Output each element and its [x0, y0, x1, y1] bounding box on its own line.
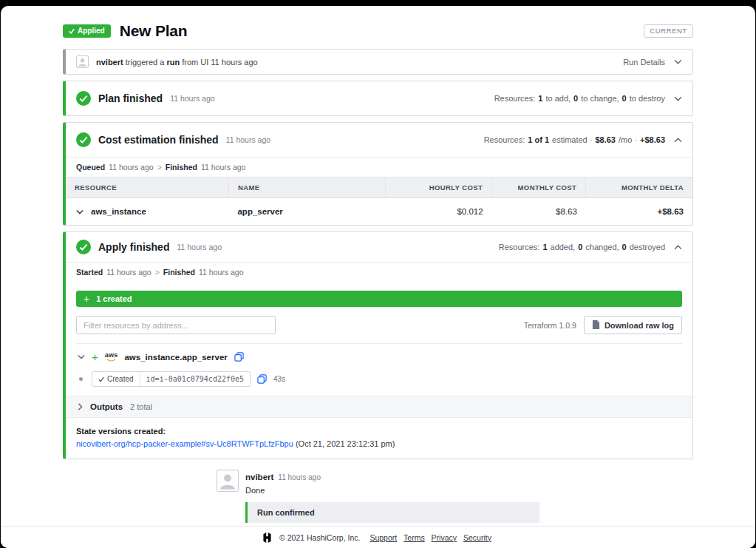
plan-time: 11 hours ago [170, 94, 215, 103]
plan-title: Plan finished [98, 92, 163, 104]
create-action-icon: + [92, 351, 98, 362]
apply-res-label: Resources: [499, 243, 540, 251]
trigger-user: nvibert [96, 58, 123, 67]
footer-link-security[interactable]: Security [463, 533, 491, 542]
cost-delta: +$8.63 [640, 135, 665, 144]
chevron-down-icon [78, 354, 85, 359]
footer-link-privacy[interactable]: Privacy [432, 533, 457, 542]
cost-timeline: Queued 11 hours ago > Finished 11 hours … [66, 157, 692, 177]
status-badge-label: Applied [78, 27, 105, 35]
cell-hourly: $0.012 [385, 198, 491, 226]
trigger-text: nvibert triggered a run from UI 11 hours… [96, 58, 258, 67]
comment-author: nvibert [245, 473, 273, 481]
instance-id: id=i-0a01c0794cd22f0e5 [140, 372, 250, 386]
plan-summary-toggle[interactable]: Resources: 1to add, 0to change, 0to dest… [494, 94, 682, 103]
chevron-down-icon [674, 59, 682, 64]
plan-add-count: 1 [538, 94, 542, 103]
hashicorp-logo-icon [262, 532, 272, 543]
apply-added-text: added, [551, 243, 576, 251]
comment-body: Done [245, 486, 321, 495]
timeline-separator: > [155, 268, 160, 277]
plan-destroy-count: 0 [622, 94, 627, 103]
cost-table: RESOURCE NAME HOURLY COST MONTHLY COST M… [66, 177, 692, 225]
apply-log-list: + aws aws_instance.app_server [76, 343, 682, 418]
comment-time: 11 hours ago [278, 473, 321, 481]
apply-changed-text: changed, [585, 243, 619, 251]
col-monthly-delta: MONTHLY DELTA [586, 177, 692, 198]
state-version-date: (Oct 21, 2021 23:12:31 pm) [296, 439, 395, 448]
success-check-icon [76, 132, 91, 147]
created-bar-label: 1 created [96, 294, 132, 303]
apply-changed-count: 0 [578, 243, 582, 251]
cell-name: app_server [228, 198, 385, 226]
plus-icon: + [84, 294, 89, 304]
col-monthly-cost: MONTHLY COST [492, 177, 586, 198]
apply-destroyed-text: destroyed [630, 243, 665, 251]
trigger-run-word: run [166, 58, 180, 67]
plan-finished-card: Plan finished 11 hours ago Resources: 1t… [63, 81, 693, 116]
footer-link-terms[interactable]: Terms [403, 533, 425, 542]
terraform-version: Terraform 1.0.9 [524, 321, 576, 330]
comment-thread: nvibert11 hours ago Done Run confirmed C… [217, 470, 539, 526]
cost-queued-label: Queued [76, 163, 105, 172]
apply-summary-toggle[interactable]: Resources: 1added, 0changed, 0destroyed [499, 243, 682, 251]
page-footer: © 2021 HashiCorp, Inc. Support Terms Pri… [1, 526, 755, 548]
check-icon [69, 28, 75, 34]
run-trigger-card: nvibert triggered a run from UI 11 hours… [63, 49, 693, 75]
chevron-up-icon [674, 138, 682, 143]
resource-log-row[interactable]: + aws aws_instance.app_server [76, 344, 682, 370]
state-version-link[interactable]: nicovibert-org/hcp-packer-example#sv-Uc8… [76, 439, 293, 448]
col-hourly-cost: HOURLY COST [385, 177, 491, 198]
cost-summary-toggle[interactable]: Resources: 1 of 1estimated · $8.63/mo · … [484, 135, 682, 144]
download-raw-log-label: Download raw log [605, 321, 674, 330]
cell-monthly: $8.63 [492, 198, 586, 226]
created-duration: 43s [273, 375, 285, 383]
state-versions-label: State versions created: [76, 427, 682, 436]
plan-destroy-text: to destroy [630, 94, 665, 103]
cost-res-label: Resources: [484, 135, 525, 144]
cell-delta: +$8.63 [586, 198, 692, 226]
apply-time: 11 hours ago [177, 243, 222, 251]
plan-change-count: 0 [573, 94, 578, 103]
apply-finished-time: 11 hours ago [199, 268, 244, 277]
filter-resources-input[interactable] [76, 316, 276, 334]
outputs-row[interactable]: Outputs 2 total [66, 396, 692, 418]
run-page: Applied New Plan CURRENT nvibert trigger… [1, 6, 755, 548]
check-icon [98, 376, 104, 382]
timeline-dot-icon [79, 377, 83, 381]
chevron-down-icon [674, 96, 682, 101]
created-chip: Created id=i-0a01c0794cd22f0e5 [92, 371, 251, 387]
current-badge: CURRENT [644, 24, 693, 38]
apply-started-label: Started [76, 268, 103, 277]
created-summary-bar: + 1 created [76, 291, 682, 307]
apply-added-count: 1 [542, 243, 547, 251]
apply-finished-label: Finished [163, 268, 195, 277]
cell-resource: aws_instance [91, 207, 146, 216]
success-check-icon [76, 91, 91, 106]
cost-table-header-row: RESOURCE NAME HOURLY COST MONTHLY COST M… [66, 177, 692, 198]
cost-est-text: estimated · [552, 135, 592, 144]
run-details-toggle[interactable]: Run Details [623, 58, 682, 67]
timeline-separator: > [157, 163, 162, 172]
chevron-up-icon [674, 245, 682, 250]
apply-destroyed-count: 0 [622, 243, 627, 251]
cost-finished-time: 11 hours ago [201, 163, 246, 172]
apply-timeline: Started 11 hours ago > Finished 11 hours… [66, 262, 692, 282]
cost-est-count: 1 of 1 [528, 135, 549, 144]
chevron-right-icon [78, 403, 83, 410]
aws-provider-icon: aws [105, 352, 118, 362]
copy-icon[interactable] [234, 352, 244, 362]
footer-copyright: © 2021 HashiCorp, Inc. [279, 533, 360, 542]
plan-add-text: to add, [545, 94, 571, 103]
outputs-label: Outputs [90, 402, 123, 411]
avatar-icon [217, 470, 239, 492]
apply-started-time: 11 hours ago [106, 268, 151, 277]
row-expand-chevron-icon[interactable] [76, 209, 84, 214]
footer-link-support[interactable]: Support [370, 533, 397, 542]
cost-table-row: aws_instance app_server $0.012 $8.63 +$8… [66, 198, 692, 226]
copy-icon[interactable] [257, 374, 267, 384]
cost-finished-label: Finished [166, 163, 197, 172]
download-raw-log-button[interactable]: Download raw log [584, 316, 682, 334]
col-resource: RESOURCE [66, 177, 228, 198]
apply-title: Apply finished [98, 241, 169, 253]
